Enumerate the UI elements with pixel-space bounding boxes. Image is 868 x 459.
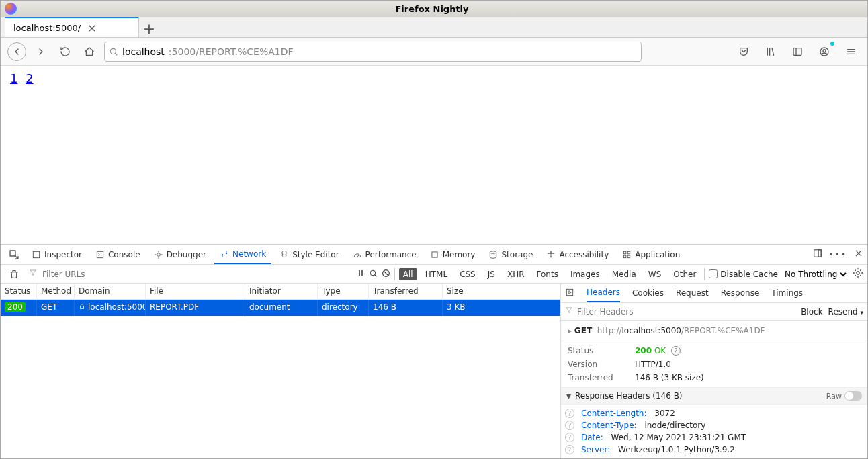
dtab-cookies[interactable]: Cookies bbox=[632, 284, 664, 302]
filter-js[interactable]: JS bbox=[484, 268, 499, 280]
status-badge: 200 bbox=[5, 302, 26, 312]
devtools-picker-icon[interactable] bbox=[5, 245, 24, 264]
devtools-more-icon[interactable]: ••• bbox=[829, 250, 847, 259]
network-filter-bar: All HTML CSS JS XHR Fonts Images Media W… bbox=[1, 265, 867, 284]
url-rest: :5000/REPORT.%CE%A1DF bbox=[169, 46, 294, 57]
details-tabs: Headers Cookies Request Response Timings bbox=[561, 284, 867, 303]
svg-rect-25 bbox=[627, 251, 630, 254]
tab-console[interactable]: Console bbox=[90, 245, 146, 264]
filter-xhr[interactable]: XHR bbox=[503, 268, 529, 280]
devtools-dock-icon[interactable] bbox=[813, 249, 822, 260]
back-button[interactable] bbox=[7, 42, 26, 61]
tab-application[interactable]: Application bbox=[617, 245, 685, 264]
reload-button[interactable] bbox=[56, 42, 75, 61]
dtab-response[interactable]: Response bbox=[721, 284, 760, 302]
svg-point-34 bbox=[370, 270, 376, 276]
tab-memory[interactable]: Memory bbox=[425, 245, 481, 264]
svg-rect-9 bbox=[793, 48, 801, 55]
lock-icon bbox=[79, 302, 85, 309]
details-panel: Headers Cookies Request Response Timings… bbox=[561, 284, 867, 458]
response-header-row: ?Date: Wed, 12 May 2021 23:31:21 GMT bbox=[561, 431, 867, 444]
browser-tab[interactable]: localhost:5000/ × bbox=[5, 17, 139, 37]
tab-debugger[interactable]: Debugger bbox=[148, 245, 212, 264]
tab-storage[interactable]: Storage bbox=[483, 245, 538, 264]
dtab-timings[interactable]: Timings bbox=[771, 284, 803, 302]
forward-button[interactable] bbox=[32, 42, 50, 61]
home-button[interactable] bbox=[80, 42, 99, 61]
dtab-headers[interactable]: Headers bbox=[587, 284, 620, 302]
svg-rect-24 bbox=[624, 251, 627, 254]
pause-icon[interactable] bbox=[357, 269, 365, 279]
tab-inspector[interactable]: Inspector bbox=[26, 245, 87, 264]
question-icon[interactable]: ? bbox=[565, 433, 574, 442]
svg-rect-29 bbox=[818, 250, 821, 257]
menu-icon[interactable] bbox=[842, 42, 861, 61]
throttling-select[interactable]: No Throttling bbox=[782, 269, 849, 280]
svg-rect-39 bbox=[81, 306, 84, 309]
request-summary[interactable]: ▸ GET http://localhost:5000/REPORT.%CE%A… bbox=[561, 321, 867, 341]
tab-style-editor[interactable]: Style Editor bbox=[274, 245, 344, 264]
response-header-row: ?Content-Length: 3072 bbox=[561, 407, 867, 419]
svg-point-4 bbox=[110, 48, 116, 54]
tab-close-icon[interactable]: × bbox=[87, 22, 96, 34]
tab-network[interactable]: Network bbox=[214, 245, 271, 264]
search-icon[interactable] bbox=[369, 269, 378, 280]
question-icon[interactable]: ? bbox=[565, 421, 574, 430]
svg-line-37 bbox=[384, 271, 388, 276]
devtools-close-icon[interactable] bbox=[854, 249, 863, 260]
sidebar-icon[interactable] bbox=[788, 42, 807, 61]
resend-button[interactable]: Resend ▾ bbox=[828, 307, 863, 317]
filter-fonts[interactable]: Fonts bbox=[533, 268, 562, 280]
filter-headers-input[interactable] bbox=[577, 307, 797, 317]
tab-accessibility[interactable]: Accessibility bbox=[541, 245, 614, 264]
os-titlebar: Firefox Nightly bbox=[1, 1, 867, 17]
account-icon[interactable] bbox=[815, 42, 834, 61]
tab-title: localhost:5000/ bbox=[13, 23, 81, 33]
svg-line-5 bbox=[115, 53, 117, 55]
filter-all[interactable]: All bbox=[399, 268, 417, 280]
question-icon[interactable]: ? bbox=[671, 346, 681, 356]
block-icon[interactable] bbox=[382, 269, 390, 280]
question-icon[interactable]: ? bbox=[565, 409, 574, 418]
filter-urls-input[interactable] bbox=[42, 269, 177, 279]
search-icon bbox=[109, 47, 118, 56]
pocket-icon[interactable] bbox=[734, 42, 753, 61]
library-icon[interactable] bbox=[761, 42, 780, 61]
svg-rect-40 bbox=[566, 289, 572, 295]
raw-toggle[interactable] bbox=[844, 391, 862, 401]
svg-point-23 bbox=[550, 251, 552, 252]
details-filter-bar: Block Resend ▾ bbox=[561, 303, 867, 321]
response-header-row: ?Server: Werkzeug/1.0.1 Python/3.9.2 bbox=[561, 444, 867, 456]
filter-media[interactable]: Media bbox=[608, 268, 640, 280]
svg-rect-21 bbox=[432, 251, 437, 257]
trash-icon[interactable] bbox=[5, 265, 24, 284]
new-tab-button[interactable]: + bbox=[139, 20, 159, 37]
svg-rect-26 bbox=[624, 255, 627, 258]
url-bar[interactable]: localhost:5000/REPORT.%CE%A1DF bbox=[104, 42, 642, 62]
question-icon[interactable]: ? bbox=[565, 445, 574, 454]
page-content: 1 2 bbox=[1, 66, 867, 244]
request-row[interactable]: 200 GET localhost:5000 REPORT.PDF docume… bbox=[1, 300, 560, 316]
replay-icon[interactable] bbox=[565, 288, 574, 299]
funnel-icon bbox=[29, 269, 37, 279]
filter-css[interactable]: CSS bbox=[455, 268, 480, 280]
page-link[interactable]: 1 bbox=[10, 71, 17, 85]
settings-gear-icon[interactable] bbox=[853, 267, 863, 280]
filter-ws[interactable]: WS bbox=[644, 268, 665, 280]
filter-other[interactable]: Other bbox=[669, 268, 700, 280]
svg-line-20 bbox=[357, 255, 359, 257]
tab-performance[interactable]: Performance bbox=[347, 245, 422, 264]
filter-html[interactable]: HTML bbox=[421, 268, 451, 280]
page-link[interactable]: 2 bbox=[26, 71, 33, 85]
svg-marker-41 bbox=[569, 290, 572, 294]
block-button[interactable]: Block bbox=[801, 307, 822, 317]
disable-cache-checkbox[interactable]: Disable Cache bbox=[709, 269, 778, 279]
filter-images[interactable]: Images bbox=[566, 268, 604, 280]
svg-rect-27 bbox=[627, 255, 630, 258]
firefox-icon bbox=[5, 3, 17, 15]
response-headers-section[interactable]: ▾ Response Headers (146 B) Raw bbox=[561, 387, 867, 405]
navbar: localhost:5000/REPORT.%CE%A1DF bbox=[1, 38, 867, 66]
svg-point-38 bbox=[857, 272, 859, 274]
devtools: Inspector Console Debugger Network Style… bbox=[1, 244, 867, 458]
dtab-request[interactable]: Request bbox=[676, 284, 709, 302]
